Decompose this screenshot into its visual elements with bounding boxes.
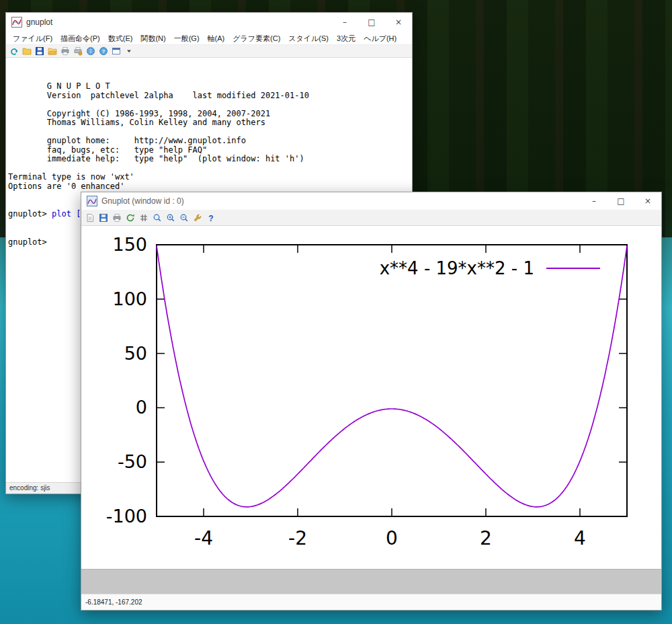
console-menubar: ファイル(F)描画命令(P)数式(E)関数(N)一般(G)軸(A)グラフ要素(C…: [6, 32, 412, 45]
plot-toolbar: ?: [81, 210, 661, 226]
open-folder-icon[interactable]: [47, 46, 58, 56]
svg-text:50: 50: [124, 343, 147, 364]
console-menu-item-0[interactable]: ファイル(F): [9, 32, 56, 45]
console-window-title: gnuplot: [26, 17, 331, 27]
svg-text:0: 0: [136, 397, 147, 418]
mouse-coordinates: -6.18471, -167.202: [85, 598, 142, 606]
console-output-line: gnuplot home: http://www.gnuplot.info: [8, 136, 412, 146]
zoom-out-icon[interactable]: [179, 212, 190, 223]
plot-window-title: Gnuplot (window id : 0): [101, 196, 581, 206]
console-output-line: Thomas Williams, Colin Kelley and many o…: [8, 118, 412, 128]
printer-setup-icon[interactable]: [73, 46, 83, 56]
prompt-label: gnuplot>: [8, 237, 47, 247]
svg-text:0: 0: [386, 527, 398, 549]
console-titlebar[interactable]: gnuplot – □ ×: [6, 13, 412, 32]
gnuplot-plot-window: Gnuplot (window id : 0) – □ × ? -4-2024-…: [81, 192, 662, 611]
svg-text:-2: -2: [288, 527, 307, 549]
plot-app-icon: [87, 196, 97, 206]
console-close-button[interactable]: ×: [385, 13, 412, 32]
console-minimize-button[interactable]: –: [331, 13, 358, 32]
svg-text:-4: -4: [194, 527, 213, 549]
plot-maximize-button[interactable]: □: [607, 192, 634, 210]
console-output-line: G N U P L O T: [8, 82, 412, 91]
help-icon[interactable]: ?: [206, 212, 216, 223]
console-output-line: immediate help: type "help" (plot window…: [8, 155, 412, 164]
svg-text:150: 150: [112, 234, 147, 255]
config-icon[interactable]: [192, 212, 203, 223]
svg-text:-50: -50: [118, 451, 147, 472]
grid-icon[interactable]: [138, 212, 149, 223]
window-icon[interactable]: [111, 46, 122, 56]
console-menu-item-5[interactable]: 軸(A): [204, 32, 229, 45]
console-banner: G N U P L O T Version patchlevel 2alpha …: [8, 82, 412, 191]
plot-bottom-panel: [81, 569, 661, 594]
plot-canvas[interactable]: -4-2024-100-50050100150x**4 - 19*x**2 - …: [81, 226, 661, 569]
zoom-in-icon[interactable]: [165, 212, 176, 223]
prompt-label: gnuplot>: [8, 209, 52, 219]
console-output-line: Terminal type is now 'wxt': [8, 173, 412, 182]
print-icon[interactable]: [60, 46, 71, 56]
plot-canvas-area: -4-2024-100-50050100150x**4 - 19*x**2 - …: [81, 226, 661, 569]
encoding-status: encoding: sjis: [6, 483, 81, 494]
svg-text:100: 100: [112, 288, 147, 309]
web-home-icon[interactable]: [85, 46, 96, 56]
console-menu-item-7[interactable]: スタイル(S): [284, 32, 333, 45]
desktop: gnuplot – □ × ファイル(F)描画命令(P)数式(E)関数(N)一般…: [0, 0, 672, 624]
document-icon[interactable]: [85, 212, 95, 223]
console-menu-item-8[interactable]: 3次元: [333, 32, 360, 45]
svg-text:x**4 - 19*x**2 - 1: x**4 - 19*x**2 - 1: [380, 258, 534, 278]
copy-clipboard-icon[interactable]: [9, 46, 19, 56]
console-output-line: [8, 128, 412, 137]
console-output-line: [8, 100, 412, 110]
console-menu-item-4[interactable]: 一般(G): [170, 32, 204, 45]
console-output-line: Options are '0 enhanced': [8, 182, 412, 192]
console-toolbar: ?: [6, 45, 412, 58]
open-icon[interactable]: [22, 46, 32, 56]
console-menu-item-3[interactable]: 関数(N): [136, 32, 169, 45]
dropdown-icon[interactable]: [124, 46, 134, 56]
save-icon[interactable]: [34, 46, 45, 56]
replot-icon[interactable]: [125, 212, 136, 223]
web-faq-icon[interactable]: ?: [98, 46, 109, 56]
console-maximize-button[interactable]: □: [358, 13, 385, 32]
export-icon[interactable]: [98, 212, 109, 223]
svg-text:-100: -100: [106, 506, 147, 526]
print-icon[interactable]: [112, 212, 122, 223]
console-output-line: faq, bugs, etc: type "help FAQ": [8, 146, 412, 155]
console-output-line: Copyright (C) 1986-1993, 1998, 2004, 200…: [8, 110, 412, 119]
console-output-line: Version patchlevel 2alpha last modified …: [8, 91, 412, 101]
console-output-line: [8, 164, 412, 173]
console-menu-item-2[interactable]: 数式(E): [104, 32, 137, 45]
console-window-controls: – □ ×: [331, 13, 412, 32]
console-menu-item-6[interactable]: グラフ要素(C): [228, 32, 284, 45]
svg-text:4: 4: [574, 527, 586, 549]
console-menu-item-1[interactable]: 描画命令(P): [56, 32, 104, 45]
gnuplot-app-icon: [11, 17, 22, 28]
svg-text:?: ?: [208, 213, 213, 223]
plot-minimize-button[interactable]: –: [581, 192, 607, 210]
plot-close-button[interactable]: ×: [634, 192, 661, 210]
console-menu-item-9[interactable]: ヘルプ(H): [360, 32, 401, 45]
plot-titlebar[interactable]: Gnuplot (window id : 0) – □ ×: [81, 192, 661, 210]
zoom-region-icon[interactable]: [152, 212, 163, 223]
plot-statusbar: -6.18471, -167.202: [81, 594, 661, 610]
svg-text:2: 2: [480, 527, 492, 549]
plot-window-controls: – □ ×: [581, 192, 661, 210]
svg-text:?: ?: [102, 48, 106, 54]
